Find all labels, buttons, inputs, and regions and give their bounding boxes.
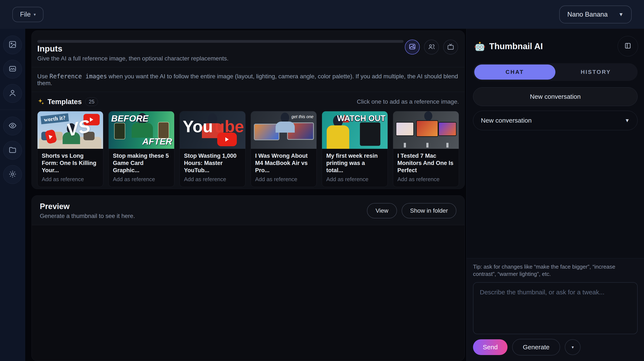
collapse-panel-button[interactable] [618,36,638,56]
template-card[interactable]: You ube Stop Wasting 1,000 Hours: Master… [180,111,246,187]
tv-mode-button[interactable] [443,39,458,54]
template-card[interactable]: WATCH OUT My first week resin printing w… [322,111,388,187]
sparkles-icon [37,98,44,105]
reference-mode-buttons [405,39,458,54]
template-card-title: I Was Wrong About M4 MacBook Air vs Pro.… [255,152,312,174]
tab-history[interactable]: HISTORY [556,64,636,80]
new-conversation-button[interactable]: New conversation [473,87,638,106]
person-icon [8,89,16,98]
rail-photo-button[interactable] [3,60,22,78]
template-card[interactable]: worth it? VS Shorts vs Long Form: One Is… [37,111,103,187]
thumbnail-ai-panel: Thumbnail AI CHAT HISTORY New conversati… [466,29,644,361]
preview-subtitle: Generate a thumbnail to see it here. [40,213,362,219]
template-card-title: I Tested 7 Mac Monitors And One Is Perfe… [398,152,454,174]
generate-button[interactable]: Generate [512,339,560,356]
reference-images-code: Reference images [50,73,107,80]
template-card-title: Stop Wasting 1,000 Hours: Master YouTub.… [184,152,241,174]
characters-mode-button[interactable] [424,39,439,54]
template-thumbnail: get this one [251,111,316,149]
send-button[interactable]: Send [473,339,508,355]
add-as-reference-link[interactable]: Add as reference [113,176,170,183]
add-as-reference-link[interactable]: Add as reference [42,176,99,183]
gear-icon [8,170,16,179]
tip-text: Tip: ask for changes like “make the face… [473,263,638,278]
template-thumbnail [393,111,459,149]
template-thumbnail: You ube [180,111,245,149]
add-as-reference-link[interactable]: Add as reference [326,176,383,183]
panel-title: Thumbnail AI [489,41,618,51]
chevron-down-icon: ▾ [34,12,36,17]
image-icon [409,43,416,51]
reference-note: Use Reference images when you want the A… [37,67,459,92]
thumbnail-overlay-text: BEFORE [111,113,148,124]
thumbnail-overlay-text: AFTER [142,136,172,147]
rail-divider [0,110,25,110]
thumbnail-overlay-text: WATCH OUT [337,114,386,123]
top-bar: File ▾ Nano Banana ▼ [0,0,644,29]
sidebar-toggle-icon [624,42,632,50]
conversation-select[interactable]: New conversation ▼ [473,111,638,130]
conversation-select-value: New conversation [481,117,532,124]
inputs-subtitle: Give the AI a full reference image, then… [37,55,459,62]
templates-count-badge: 25 [85,97,98,106]
view-button[interactable]: View [367,203,397,218]
template-card-title: Stop making these 5 Game Card Graphic... [113,152,170,174]
thumbnail-overlay-text: worth it? [40,113,69,124]
folder-icon [8,146,16,155]
main-content: Inputs Give the AI a full reference imag… [25,29,466,361]
horizontal-scrollbar[interactable] [37,40,404,43]
left-icon-rail [0,29,25,361]
chevron-down-icon: ▼ [618,11,624,17]
template-card-title: My first week resin printing was a total… [326,152,383,174]
users-icon [428,43,435,51]
inputs-title: Inputs [37,44,459,53]
model-selector-value: Nano Banana [567,11,608,18]
rail-folder-button[interactable] [3,141,22,160]
chat-messages-area [466,130,644,258]
templates-hint: Click one to add as a reference image. [357,98,459,105]
more-options-button[interactable]: ▾ [565,339,580,355]
template-thumbnail: worth it? VS [38,111,103,149]
show-in-folder-button[interactable]: Show in folder [402,203,456,218]
rail-eye-button[interactable] [3,117,22,135]
chat-composer: Tip: ask for changes like “make the face… [466,258,644,361]
eye-icon [8,121,16,130]
file-menu-button[interactable]: File ▾ [12,7,44,22]
image-icon [8,40,16,49]
file-menu-label: File [20,11,31,18]
chat-history-tabs: CHAT HISTORY [473,63,638,81]
photo-icon [8,65,16,74]
thumbnail-overlay-text: get this one [292,114,314,119]
preview-panel: Preview Generate a thumbnail to see it h… [32,195,465,361]
preview-title: Preview [40,202,362,211]
rail-settings-button[interactable] [3,165,22,184]
robot-icon [474,41,485,51]
template-card[interactable]: BEFORE AFTER Stop making these 5 Game Ca… [108,111,174,187]
add-as-reference-link[interactable]: Add as reference [398,176,454,183]
model-selector-dropdown[interactable]: Nano Banana ▼ [559,5,632,23]
add-as-reference-link[interactable]: Add as reference [255,176,312,183]
tv-icon [447,43,454,51]
prompt-input[interactable] [473,282,638,334]
template-card[interactable]: I Tested 7 Mac Monitors And One Is Perfe… [393,111,459,187]
reference-image-mode-button[interactable] [405,39,420,54]
inputs-panel: Inputs Give the AI a full reference imag… [32,30,465,189]
add-as-reference-link[interactable]: Add as reference [184,176,241,183]
template-card-title: Shorts vs Long Form: One Is Killing Your… [42,152,99,174]
templates-grid-row-1: worth it? VS Shorts vs Long Form: One Is… [37,111,459,187]
thumbnail-overlay-text: ube [214,117,244,136]
rail-person-button[interactable] [3,84,22,103]
template-card[interactable]: get this one I Was Wrong About M4 MacBoo… [251,111,317,187]
template-thumbnail: BEFORE AFTER [108,111,174,149]
rail-image-button[interactable] [3,35,22,54]
chevron-down-icon: ▼ [624,117,630,123]
template-thumbnail: WATCH OUT [322,111,388,149]
templates-title: Templates [48,98,82,106]
thumbnail-overlay-text: You [183,117,213,136]
tab-chat[interactable]: CHAT [474,64,556,80]
preview-empty-area [32,225,464,361]
